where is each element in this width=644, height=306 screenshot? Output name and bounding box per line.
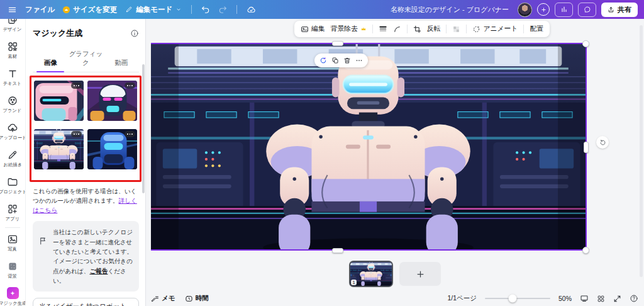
flip-button[interactable]: 反転 [427,25,441,33]
generated-images-grid [34,81,137,169]
duration-button[interactable]: 時間 [185,294,209,303]
status-bar: メモ 時間 1/1ページ 50% [146,291,644,306]
sidebar-rail: デザイン 素材 テキスト ブランド アップロード お絵描き [0,19,26,306]
comments-button[interactable] [578,3,596,17]
more-options-icon[interactable] [71,82,82,89]
resize-handle-top[interactable] [332,41,343,46]
text-icon [7,68,18,79]
arc-icon [393,25,401,33]
share-button[interactable]: 共有 [601,3,638,17]
invite-member-button[interactable] [537,3,550,16]
draw-pencil-icon [7,149,18,161]
selected-image[interactable] [151,43,587,251]
redo-icon[interactable] [218,5,227,14]
notes-icon [151,295,159,303]
avatar[interactable] [518,3,532,17]
panel-tabs: 画像 グラフィック 動画 [33,47,139,72]
generated-image-2[interactable] [87,81,137,121]
page-number: 1 [351,280,357,285]
sidebar-item-background[interactable]: 背景 [0,256,25,283]
workspace-scrollbar[interactable] [640,25,643,277]
design-title[interactable]: 名称未設定のデザイン - ブログバナー [391,5,509,14]
divider [446,25,447,33]
insights-button[interactable] [555,3,573,17]
transparency-icon [452,25,460,33]
add-page-button[interactable] [399,262,441,286]
rotate-handle[interactable] [596,136,609,149]
edit-image-button[interactable]: 編集 [301,25,325,33]
tab-graphics[interactable]: グラフィック [68,47,103,72]
grid-view-icon[interactable] [597,295,605,303]
sidebar-item-photos[interactable]: 写真 [0,229,25,256]
divider [236,5,237,14]
adjust-button[interactable] [379,25,387,33]
info-icon[interactable] [130,29,139,38]
background-remover-button[interactable]: 背景除去 [331,25,367,33]
duplicate-icon[interactable] [331,57,339,64]
photos-icon [7,234,18,245]
sidebar-item-apps[interactable]: アプリ [0,199,25,226]
sidebar-item-uploads[interactable]: アップロード [0,118,25,145]
edit-mode-menu[interactable]: 編集モード [125,5,182,14]
duration-icon [185,295,193,303]
resize-handle-bottom-right[interactable] [582,247,589,254]
zoom-level: 50% [558,295,572,302]
undo-icon[interactable] [201,5,210,14]
share-icon [608,6,614,13]
more-options-icon[interactable] [355,57,363,64]
animate-icon [472,25,480,33]
tab-videos[interactable]: 動画 [104,56,139,72]
comment-icon [584,6,591,13]
zoom-slider-thumb[interactable] [508,295,516,303]
zoom-slider[interactable] [485,298,550,300]
notes-button[interactable]: メモ [151,294,175,303]
more-options-icon[interactable] [71,131,82,137]
corner-style-button[interactable] [393,25,401,33]
sidebar-item-text[interactable]: テキスト [0,64,25,91]
panel-scrollbar[interactable] [142,64,145,193]
chevron-down-icon [175,6,182,13]
feedback-notice: 当社はこの新しいテクノロジーを皆さまと一緒に進化させていきたいと考えています。イ… [33,221,139,292]
delete-icon[interactable] [343,57,351,64]
cloud-save-icon [247,5,256,14]
generated-image-1[interactable] [34,81,84,121]
prompt-input[interactable] [33,298,139,306]
resize-handle-right[interactable] [584,142,589,153]
crop-button[interactable] [413,25,421,33]
regenerate-image-icon[interactable] [319,57,327,64]
folder-icon [7,176,18,188]
transparency-button[interactable] [452,25,460,33]
more-options-icon[interactable] [125,82,135,89]
divider [407,25,408,33]
resize-handle-top-right[interactable] [582,40,589,47]
rotate-icon [599,139,606,146]
generated-image-3[interactable] [34,129,84,169]
sidebar-item-magic-media[interactable]: マジック生成 [0,283,25,306]
pages-strip: 1 [349,261,441,287]
file-menu[interactable]: ファイル [25,5,55,14]
position-button[interactable]: 配置 [530,25,543,33]
sidebar-item-draw[interactable]: お絵描き [0,145,25,172]
main-menu-icon[interactable] [8,5,17,14]
more-options-icon[interactable] [125,131,135,137]
apps-icon [7,203,18,215]
fullscreen-icon[interactable] [613,295,621,303]
present-view-icon[interactable] [580,294,589,303]
selection-actions [314,54,368,67]
page-thumbnail-1[interactable]: 1 [349,261,393,287]
divider [523,25,524,33]
resize-handle-bottom[interactable] [332,248,343,253]
chart-icon [560,6,568,13]
resize-menu[interactable]: サイズを変更 [63,5,117,14]
sidebar-item-elements[interactable]: 素材 [0,37,25,64]
sidebar-item-brand[interactable]: ブランド [0,91,25,118]
pro-crown-icon [360,26,367,32]
sidebar-item-projects[interactable]: プロジェクト [0,172,25,199]
animate-button[interactable]: アニメート [472,25,518,33]
rail-divider [5,227,20,228]
report-link[interactable]: ご報告 [89,268,108,275]
tab-images[interactable]: 画像 [33,56,68,72]
sidebar-item-design[interactable]: デザイン [0,19,25,37]
generated-image-4[interactable] [87,129,137,169]
help-icon[interactable] [630,294,638,303]
